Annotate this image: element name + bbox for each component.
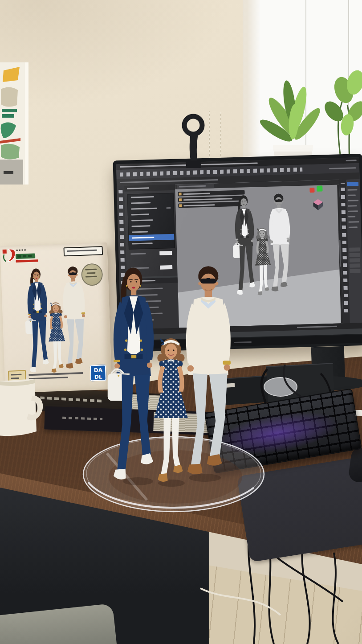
fx-icon: [179, 198, 182, 201]
green-swatch: [317, 185, 322, 191]
coffee-mug: [0, 378, 47, 447]
property-row: [129, 250, 174, 258]
panel-button: [350, 263, 360, 268]
right-panel-selected: [347, 182, 358, 186]
box-brand-logo: [2, 247, 42, 270]
toolbar-right-controls: [329, 167, 356, 169]
screen-right-panel: [339, 179, 362, 323]
right-panel-buttons: [348, 246, 362, 287]
panel-button: [349, 247, 360, 252]
monitor-top-hook: [177, 111, 210, 168]
options-pseudo-text: [120, 179, 218, 183]
panel-button: [350, 269, 360, 273]
wall-poster: [0, 62, 28, 185]
panel-button: [349, 253, 360, 257]
fx-icon: [179, 193, 182, 195]
figurine-family: [94, 258, 249, 495]
fx-icon: [179, 204, 182, 207]
value-input: [159, 251, 172, 255]
dropdown-row: [129, 240, 174, 247]
canvas-tab: [177, 183, 214, 189]
orientation-gizmo: [312, 198, 324, 211]
photo-scene-desk-figurine: DA DL: [0, 0, 362, 644]
book-spine-text: [40, 397, 102, 402]
left-panel-dropdown: [127, 193, 175, 250]
panel-button: [350, 258, 360, 263]
left-panel-header: [124, 185, 175, 192]
window-buttons: [346, 160, 357, 161]
red-swatch: [309, 188, 314, 193]
box-top-label: [64, 246, 103, 256]
